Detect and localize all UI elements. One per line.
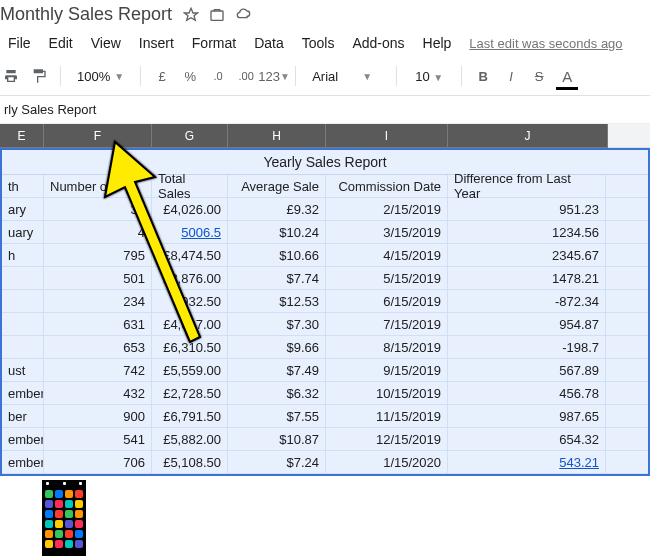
cell[interactable]: 1478.21 — [448, 267, 606, 289]
last-edit-link[interactable]: Last edit was seconds ago — [469, 36, 622, 51]
number-format-button[interactable]: 123▼ — [263, 65, 285, 87]
menu-format[interactable]: Format — [184, 31, 244, 55]
cell[interactable]: 4/15/2019 — [326, 244, 448, 266]
cell[interactable]: uary — [2, 221, 44, 243]
cell[interactable]: th — [2, 175, 44, 197]
cell[interactable]: 706 — [44, 451, 152, 473]
cell[interactable]: £5,559.00 — [152, 359, 228, 381]
cell[interactable]: 432 — [44, 382, 152, 404]
cell[interactable]: £5,882.00 — [152, 428, 228, 450]
cell[interactable]: $6.32 — [228, 382, 326, 404]
cell[interactable]: 234 — [44, 290, 152, 312]
cell[interactable]: £5,108.50 — [152, 451, 228, 473]
cell[interactable]: 932.50 — [152, 290, 228, 312]
currency-button[interactable]: £ — [151, 65, 173, 87]
cell[interactable]: $10.24 — [228, 221, 326, 243]
cell[interactable]: 5006.5 — [152, 221, 228, 243]
font-select[interactable]: Arial▼ — [306, 67, 386, 86]
cell[interactable]: h — [2, 244, 44, 266]
col-header-g[interactable]: G — [152, 124, 228, 148]
cell[interactable]: £6,791.50 — [152, 405, 228, 427]
formula-bar[interactable]: rly Sales Report — [0, 96, 650, 124]
italic-button[interactable]: I — [500, 65, 522, 87]
cell[interactable]: 795 — [44, 244, 152, 266]
decrease-decimal-button[interactable]: .0 — [207, 65, 229, 87]
cell[interactable]: $9.66 — [228, 336, 326, 358]
cell[interactable]: Total Sales — [152, 175, 228, 197]
doc-title[interactable]: Monthly Sales Report — [0, 4, 172, 25]
cell[interactable]: Average Sale — [228, 175, 326, 197]
bold-button[interactable]: B — [472, 65, 494, 87]
cell[interactable]: 954.87 — [448, 313, 606, 335]
cell[interactable]: 2345.67 — [448, 244, 606, 266]
col-header-j[interactable]: J — [448, 124, 608, 148]
cell[interactable]: 12/15/2019 — [326, 428, 448, 450]
cell[interactable] — [2, 336, 44, 358]
cell[interactable]: ary — [2, 198, 44, 220]
cell[interactable]: £4,026.00 — [152, 198, 228, 220]
cell[interactable]: $7.74 — [228, 267, 326, 289]
image-cell[interactable] — [42, 480, 86, 556]
menu-help[interactable]: Help — [415, 31, 460, 55]
cell[interactable] — [2, 290, 44, 312]
cell[interactable]: $7.24 — [228, 451, 326, 473]
cell[interactable]: 4 — [44, 221, 152, 243]
cell[interactable]: 501 — [44, 267, 152, 289]
cell[interactable]: $12.53 — [228, 290, 326, 312]
cell[interactable]: 9/15/2019 — [326, 359, 448, 381]
cell[interactable]: £6,310.50 — [152, 336, 228, 358]
cell[interactable]: 951.23 — [448, 198, 606, 220]
col-header-i[interactable]: I — [326, 124, 448, 148]
increase-decimal-button[interactable]: .00 — [235, 65, 257, 87]
cell[interactable]: $10.87 — [228, 428, 326, 450]
cell[interactable] — [2, 313, 44, 335]
cloud-icon[interactable] — [234, 6, 252, 24]
cell[interactable]: 742 — [44, 359, 152, 381]
cell[interactable]: 32 — [44, 198, 152, 220]
cell[interactable]: £9.32 — [228, 198, 326, 220]
print-icon[interactable] — [0, 65, 22, 87]
cell[interactable]: 456.78 — [448, 382, 606, 404]
cell[interactable]: $7.49 — [228, 359, 326, 381]
zoom-select[interactable]: 100%▼ — [71, 67, 130, 86]
cell[interactable]: $7.30 — [228, 313, 326, 335]
cell[interactable]: 541 — [44, 428, 152, 450]
cell[interactable]: Number of — [44, 175, 152, 197]
font-size-select[interactable]: 10 ▼ — [407, 67, 451, 86]
paint-format-icon[interactable] — [28, 65, 50, 87]
cell[interactable]: $10.66 — [228, 244, 326, 266]
cell[interactable]: 10/15/2019 — [326, 382, 448, 404]
cell[interactable]: 567.89 — [448, 359, 606, 381]
col-header-h[interactable]: H — [228, 124, 326, 148]
menu-file[interactable]: File — [0, 31, 39, 55]
cell[interactable]: 631 — [44, 313, 152, 335]
col-header-f[interactable]: F — [44, 124, 152, 148]
cell[interactable]: ember — [2, 451, 44, 473]
menu-data[interactable]: Data — [246, 31, 292, 55]
cell[interactable]: 11/15/2019 — [326, 405, 448, 427]
cell[interactable]: 6/15/2019 — [326, 290, 448, 312]
cell[interactable]: 543.21 — [448, 451, 606, 473]
cell[interactable]: -198.7 — [448, 336, 606, 358]
text-color-button[interactable]: A — [556, 65, 578, 87]
menu-addons[interactable]: Add-ons — [344, 31, 412, 55]
cell[interactable] — [2, 267, 44, 289]
menu-view[interactable]: View — [83, 31, 129, 55]
cell[interactable]: ber — [2, 405, 44, 427]
cell[interactable]: 987.65 — [448, 405, 606, 427]
cell[interactable]: £2,728.50 — [152, 382, 228, 404]
cell[interactable]: 654.32 — [448, 428, 606, 450]
cell[interactable]: 900 — [44, 405, 152, 427]
cell[interactable]: £4,607.00 — [152, 313, 228, 335]
cell[interactable]: 1234.56 — [448, 221, 606, 243]
cell[interactable]: 1/15/2020 — [326, 451, 448, 473]
strikethrough-button[interactable]: S — [528, 65, 550, 87]
cell[interactable]: 653 — [44, 336, 152, 358]
col-header-e[interactable]: E — [0, 124, 44, 148]
move-icon[interactable] — [208, 6, 226, 24]
cell[interactable]: 5/15/2019 — [326, 267, 448, 289]
cell[interactable]: 7/15/2019 — [326, 313, 448, 335]
cell[interactable]: ember — [2, 382, 44, 404]
cell[interactable]: 3/15/2019 — [326, 221, 448, 243]
cell[interactable]: 8/15/2019 — [326, 336, 448, 358]
